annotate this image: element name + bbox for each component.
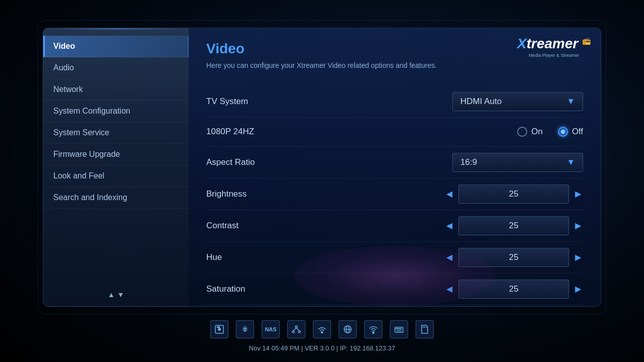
status-icon-nas: NAS xyxy=(262,320,280,338)
logo-treamer: treamer xyxy=(526,36,578,51)
brightness-value: 25 xyxy=(458,185,569,204)
1080p-radio-group: On Off xyxy=(517,127,583,137)
1080p-on-option[interactable]: On xyxy=(517,127,543,137)
status-icon-usb xyxy=(236,320,254,338)
status-icon-wifi xyxy=(313,320,331,338)
svg-line-6 xyxy=(293,328,296,331)
svg-point-4 xyxy=(292,331,294,333)
sidebar-item-search-and-indexing[interactable]: Search and Indexing xyxy=(43,187,189,209)
contrast-value: 25 xyxy=(458,216,569,235)
1080p-label: 1080P 24HZ xyxy=(206,127,332,137)
status-icon-keyboard xyxy=(390,320,408,338)
status-icon-globe xyxy=(339,320,357,338)
aspect-ratio-dropdown[interactable]: 16:9 ▼ xyxy=(452,153,583,172)
tv-system-row: TV System HDMI Auto ▼ xyxy=(206,86,583,118)
content-header: Video Here you can configure your Xtream… xyxy=(189,28,601,81)
logo-text: Xtreamer 📻 xyxy=(517,36,591,52)
content-panel: Video Here you can configure your Xtream… xyxy=(189,28,601,307)
hue-increase[interactable]: ▶ xyxy=(573,252,583,262)
sidebar-item-firmware-upgrade[interactable]: Firmware Upgrade xyxy=(43,144,189,165)
bottom-glow xyxy=(294,246,496,306)
svg-point-12 xyxy=(373,332,374,334)
brightness-decrease[interactable]: ◀ xyxy=(444,189,454,199)
logo-x: X xyxy=(517,36,527,51)
logo-area: Xtreamer 📻 Media Player & Streamer xyxy=(517,36,591,58)
sidebar-item-video[interactable]: Video xyxy=(43,36,189,57)
brightness-label: Brightness xyxy=(206,189,332,199)
nav-down-arrow[interactable]: ▼ xyxy=(117,291,124,299)
1080p-row: 1080P 24HZ On Off xyxy=(206,118,583,147)
sidebar: Video Audio Network System Configuration… xyxy=(43,28,189,307)
tv-system-dropdown[interactable]: HDMI Auto ▼ xyxy=(452,92,583,111)
svg-point-8 xyxy=(321,332,323,333)
1080p-on-radio[interactable] xyxy=(517,127,527,137)
svg-rect-2 xyxy=(217,326,220,328)
svg-point-1 xyxy=(218,328,221,331)
sidebar-item-system-configuration[interactable]: System Configuration xyxy=(43,101,189,122)
brightness-slider: ◀ 25 ▶ xyxy=(444,185,583,204)
status-icon-sdcard xyxy=(416,320,434,338)
saturation-increase[interactable]: ▶ xyxy=(573,284,583,294)
aspect-ratio-value: 16:9 xyxy=(460,157,477,167)
aspect-ratio-control: 16:9 ▼ xyxy=(332,153,583,172)
brightness-control: ◀ 25 ▶ xyxy=(332,185,583,204)
tv-system-label: TV System xyxy=(206,97,332,107)
tv-system-value: HDMI Auto xyxy=(460,97,502,107)
tv-system-control: HDMI Auto ▼ xyxy=(332,92,583,111)
1080p-control: On Off xyxy=(332,127,583,137)
svg-point-5 xyxy=(298,331,300,333)
status-icon-network xyxy=(287,320,305,338)
main-container: Video Audio Network System Configuration… xyxy=(43,28,601,307)
status-icon-disk xyxy=(210,320,228,338)
nav-up-arrow[interactable]: ▲ xyxy=(108,291,115,299)
1080p-off-radio[interactable] xyxy=(558,127,568,137)
status-icon-wireless xyxy=(364,320,382,338)
status-text: Nov 14 05:49 PM | VER 3.0.0 | IP: 192.16… xyxy=(249,344,395,352)
sidebar-item-system-service[interactable]: System Service xyxy=(43,122,189,144)
aspect-ratio-row: Aspect Ratio 16:9 ▼ xyxy=(206,147,583,178)
sidebar-nav-arrows: ▲ ▼ xyxy=(108,291,124,299)
status-bar: NAS xyxy=(0,312,644,362)
logo-subtitle: Media Player & Streamer xyxy=(517,53,591,58)
1080p-on-label: On xyxy=(531,127,543,137)
contrast-control: ◀ 25 ▶ xyxy=(332,216,583,235)
aspect-ratio-label: Aspect Ratio xyxy=(206,157,332,167)
contrast-slider: ◀ 25 ▶ xyxy=(444,216,583,235)
1080p-off-option[interactable]: Off xyxy=(558,127,583,137)
contrast-label: Contrast xyxy=(206,221,332,231)
brightness-row: Brightness ◀ 25 ▶ xyxy=(206,178,583,210)
svg-point-3 xyxy=(295,326,297,328)
sidebar-item-audio[interactable]: Audio xyxy=(43,57,189,79)
page-description: Here you can configure your Xtreamer Vid… xyxy=(206,61,458,71)
contrast-row: Contrast ◀ 25 ▶ xyxy=(206,210,583,242)
contrast-decrease[interactable]: ◀ xyxy=(444,221,454,230)
sidebar-item-look-and-feel[interactable]: Look and Feel xyxy=(43,165,189,187)
tv-system-dropdown-arrow: ▼ xyxy=(567,97,575,107)
sidebar-item-network[interactable]: Network xyxy=(43,79,189,101)
contrast-increase[interactable]: ▶ xyxy=(573,221,583,230)
svg-rect-13 xyxy=(395,327,403,332)
svg-line-7 xyxy=(296,328,299,331)
brightness-increase[interactable]: ▶ xyxy=(573,189,583,199)
status-icons: NAS xyxy=(210,320,434,338)
aspect-ratio-dropdown-arrow: ▼ xyxy=(567,157,575,167)
1080p-off-label: Off xyxy=(572,127,583,137)
